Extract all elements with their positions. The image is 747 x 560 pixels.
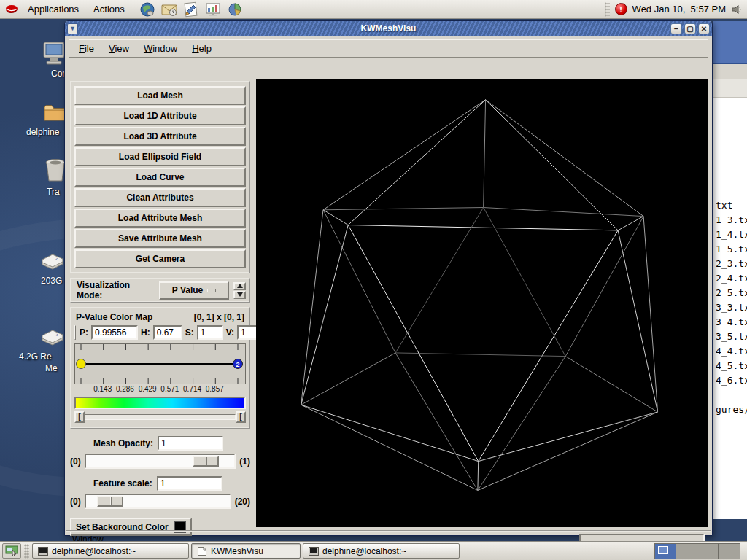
range-right-handle[interactable]: [ xyxy=(236,411,246,423)
range-left-handle[interactable]: [ xyxy=(74,411,85,423)
field-label-p: P: xyxy=(80,327,88,338)
terminal-icon xyxy=(38,547,48,556)
terminal-output-text: txt 1_3.tx 1_4.tx 1_5.tx 2_3.tx 2_4.tx 2… xyxy=(713,98,747,417)
task-button-1[interactable]: delphine@localhost:~ xyxy=(32,543,189,559)
colormap-point-1[interactable] xyxy=(77,359,86,369)
show-desktop-button[interactable] xyxy=(2,543,21,559)
button-load-3d-attribute[interactable]: Load 3D Attribute xyxy=(74,127,246,146)
redhat-logo-icon xyxy=(4,4,19,15)
background-window-titlebar[interactable] xyxy=(713,21,747,64)
spin-down-button[interactable] xyxy=(233,291,246,299)
task-button-label: KWMeshVisu xyxy=(211,546,263,556)
mesh-edge xyxy=(479,230,618,462)
button-load-attribute-mesh[interactable]: Load Attribute Mesh xyxy=(74,209,246,228)
tick-label: 0.429 xyxy=(139,385,157,393)
mesh-edge xyxy=(395,208,484,353)
mesh-opacity-slider[interactable] xyxy=(85,454,236,469)
desktop-icon-label: delphine xyxy=(26,127,59,137)
close-button[interactable]: ✕ xyxy=(698,23,710,34)
mesh-edge xyxy=(301,210,323,405)
mesh-edge xyxy=(618,230,658,412)
menu-view[interactable]: View xyxy=(102,41,136,56)
panel-drag-handle[interactable] xyxy=(605,2,610,17)
mesh-edge xyxy=(323,208,484,210)
kwmeshvisu-window: ▼ KWMeshVisu − ▢ ✕ File View Window Help… xyxy=(64,20,713,536)
mesh-edge xyxy=(643,217,658,412)
web-browser-icon[interactable] xyxy=(139,1,156,18)
desktop-icon-removable[interactable]: 3 4.2G Re Me xyxy=(38,328,66,349)
desktop-icon-home[interactable]: delphine xyxy=(42,101,67,124)
window-titlebar[interactable]: ▼ KWMeshVisu − ▢ ✕ xyxy=(65,21,712,36)
menu-window[interactable]: Window xyxy=(137,41,184,56)
feature-slider-handle[interactable] xyxy=(97,496,123,507)
colormap-grip[interactable] xyxy=(74,325,76,340)
folder-icon xyxy=(42,101,67,124)
mesh-edge xyxy=(484,208,643,217)
feature-scale-label: Feature scale: xyxy=(93,478,152,489)
desktop-icon-disk[interactable]: 2 203G xyxy=(38,252,66,273)
spin-up-button[interactable] xyxy=(233,282,246,290)
field-label-v: V: xyxy=(226,327,234,338)
visualization-mode-value: P Value xyxy=(172,285,203,295)
opacity-slider-handle[interactable] xyxy=(193,456,219,467)
mesh-opacity-input[interactable] xyxy=(158,436,223,451)
panel-launchers xyxy=(139,1,244,18)
taskbar-drag-handle[interactable] xyxy=(24,544,29,559)
writer-icon[interactable] xyxy=(183,1,200,18)
feature-scale-slider[interactable] xyxy=(85,494,231,509)
action-buttons-frame: Load MeshLoad 1D AttributeLoad 3D Attrib… xyxy=(70,81,250,273)
background-terminal-window[interactable]: txt 1_3.tx 1_4.tx 1_5.tx 2_3.tx 2_4.tx 2… xyxy=(713,21,747,519)
colormap-frame: P-Value Color Map [0, 1] x [0, 1] P:H:S:… xyxy=(70,307,250,429)
panel-clock[interactable]: Wed Jan 10, 5:57 PM xyxy=(632,4,726,15)
window-menu-button[interactable]: ▼ xyxy=(67,23,78,34)
email-icon[interactable] xyxy=(161,1,178,18)
minimize-button[interactable]: − xyxy=(670,23,682,34)
range-track[interactable] xyxy=(85,414,236,420)
field-input-p[interactable] xyxy=(91,325,138,340)
task-button-label: delphine@localhost:~ xyxy=(322,546,406,556)
task-list: delphine@localhost:~KWMeshVisudelphine@l… xyxy=(32,543,460,559)
visualization-mode-label: Visualization Mode: xyxy=(77,280,155,300)
workspace-1[interactable] xyxy=(655,544,676,559)
button-save-attribute-mesh[interactable]: Save Attribute Mesh xyxy=(74,229,246,248)
alert-notification-icon[interactable]: ! xyxy=(615,3,627,15)
chart-icon[interactable] xyxy=(227,1,244,18)
menu-file[interactable]: File xyxy=(72,41,101,56)
task-button-3[interactable]: delphine@localhost:~ xyxy=(303,543,460,559)
window-title: KWMeshVisu xyxy=(65,23,712,34)
mesh-opacity-label: Mesh Opacity: xyxy=(93,438,153,448)
feature-scale-input[interactable] xyxy=(157,476,222,491)
button-load-ellipsoid-field[interactable]: Load Ellipsoid Field xyxy=(74,147,246,166)
button-get-camera[interactable]: Get Camera xyxy=(74,249,246,268)
maximize-button[interactable]: ▢ xyxy=(684,23,696,34)
mesh-edge xyxy=(484,208,566,357)
workspace-3[interactable] xyxy=(697,544,719,559)
colormap-editor[interactable]: 2 xyxy=(74,343,246,384)
applications-menu[interactable]: Applications xyxy=(22,2,85,16)
field-input-h[interactable] xyxy=(153,325,182,340)
visualization-mode-dropdown[interactable]: P Value xyxy=(159,281,229,300)
button-load-mesh[interactable]: Load Mesh xyxy=(74,86,246,105)
mesh-edge xyxy=(484,100,486,208)
field-input-s[interactable] xyxy=(197,325,223,340)
desktop-icon-label: 203G xyxy=(41,276,62,286)
volume-icon[interactable] xyxy=(731,4,743,15)
impress-icon[interactable] xyxy=(205,1,222,18)
mesh-edge xyxy=(395,353,565,357)
render-canvas-svg xyxy=(256,79,708,527)
tick-label: 0.714 xyxy=(183,385,201,393)
workspace-2[interactable] xyxy=(676,544,697,559)
button-load-1d-attribute[interactable]: Load 1D Attribute xyxy=(74,106,246,125)
field-label-h: H: xyxy=(141,327,150,338)
menu-help[interactable]: Help xyxy=(185,41,218,56)
workspace-4[interactable] xyxy=(719,544,740,559)
desktop-icon-computer[interactable]: Com xyxy=(41,41,67,66)
button-clean-attributes[interactable]: Clean Attributes xyxy=(74,188,246,207)
actions-menu[interactable]: Actions xyxy=(88,2,131,16)
task-button-2[interactable]: KWMeshVisu xyxy=(191,543,301,559)
button-load-curve[interactable]: Load Curve xyxy=(74,168,246,187)
bottom-taskbar: delphine@localhost:~KWMeshVisudelphine@l… xyxy=(0,541,747,560)
background-window-menubar xyxy=(713,64,747,79)
mesh-edge xyxy=(323,210,395,353)
render-viewport[interactable] xyxy=(256,79,708,527)
